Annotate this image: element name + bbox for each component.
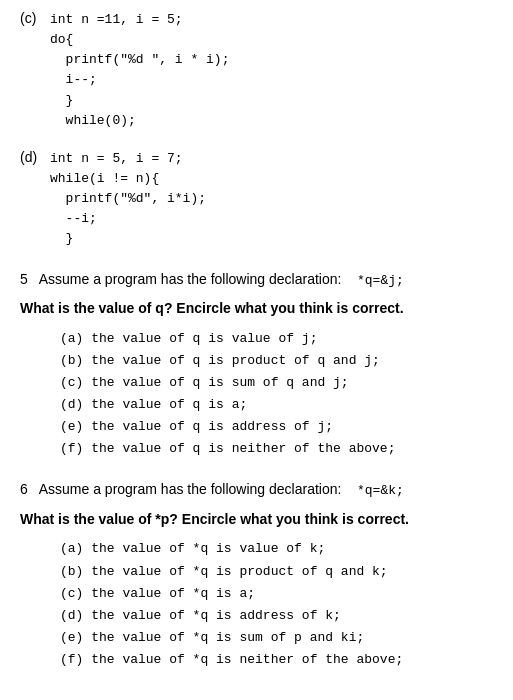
question6-section: 6 Assume a program has the following dec…: [20, 478, 493, 671]
question5-header-text: Assume a program has the following decla…: [39, 271, 342, 287]
question5-option-e: (e) the value of q is address of j;: [60, 416, 493, 438]
part-d-section: (d) int n = 5, i = 7; while(i != n){ pri…: [20, 149, 493, 250]
question5-option-d: (d) the value of q is a;: [60, 394, 493, 416]
question6-option-d: (d) the value of *q is address of k;: [60, 605, 493, 627]
part-c-code: int n =11, i = 5; do{ printf("%d ", i * …: [50, 10, 229, 131]
part-d-label: (d): [20, 149, 50, 250]
question6-sub: What is the value of *p? Encircle what y…: [20, 508, 493, 530]
part-c-row: (c) int n =11, i = 5; do{ printf("%d ", …: [20, 10, 493, 131]
question5-header: 5 Assume a program has the following dec…: [20, 268, 493, 292]
question5-section: 5 Assume a program has the following dec…: [20, 268, 493, 461]
question6-option-a: (a) the value of *q is value of k;: [60, 538, 493, 560]
question5-number: 5: [20, 271, 28, 287]
question6-option-c: (c) the value of *q is a;: [60, 583, 493, 605]
part-d-row: (d) int n = 5, i = 7; while(i != n){ pri…: [20, 149, 493, 250]
question6-option-b: (b) the value of *q is product of q and …: [60, 561, 493, 583]
question5-options: (a) the value of q is value of j; (b) th…: [60, 328, 493, 461]
question5-option-c: (c) the value of q is sum of q and j;: [60, 372, 493, 394]
question6-header: 6 Assume a program has the following dec…: [20, 478, 493, 502]
question5-option-f: (f) the value of q is neither of the abo…: [60, 438, 493, 460]
question6-declaration: *q=&k;: [357, 483, 404, 498]
question5-option-a: (a) the value of q is value of j;: [60, 328, 493, 350]
question5-sub: What is the value of q? Encircle what yo…: [20, 297, 493, 319]
question6-option-f: (f) the value of *q is neither of the ab…: [60, 649, 493, 671]
question6-option-e: (e) the value of *q is sum of p and ki;: [60, 627, 493, 649]
question5-option-b: (b) the value of q is product of q and j…: [60, 350, 493, 372]
part-c-label: (c): [20, 10, 50, 131]
question6-number: 6: [20, 481, 28, 497]
part-d-code: int n = 5, i = 7; while(i != n){ printf(…: [50, 149, 206, 250]
question6-header-text: Assume a program has the following decla…: [39, 481, 342, 497]
question5-declaration: *q=&j;: [357, 273, 404, 288]
question6-options: (a) the value of *q is value of k; (b) t…: [60, 538, 493, 671]
part-c-section: (c) int n =11, i = 5; do{ printf("%d ", …: [20, 10, 493, 131]
